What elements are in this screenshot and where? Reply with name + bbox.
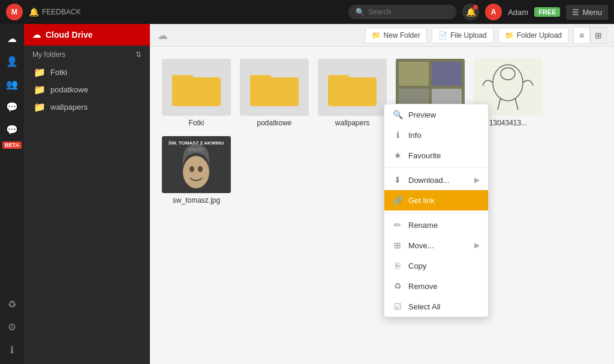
sidebar-item-cloud[interactable]: ☁	[2, 29, 22, 48]
remove-icon: ♻	[393, 281, 402, 291]
folder-upload-icon: 📁	[505, 31, 514, 40]
ctx-info-label: Info	[408, 131, 422, 140]
ctx-preview-label: Preview	[408, 110, 436, 119]
image-name-13043413: 13043413...	[489, 119, 527, 127]
file-item-sw-tomasz[interactable]: ŚW. TOMASZ Z AKWINU WIDZI: sw_tomasz.jpg	[162, 136, 231, 204]
ctx-get-link-label: Get link	[408, 196, 435, 205]
sidebar-item-user[interactable]: 👤	[2, 52, 22, 71]
notification-button[interactable]: 🔔	[462, 4, 479, 20]
folder-name-fotki: Fotki	[188, 119, 204, 127]
folder-icon: 📁	[34, 84, 46, 95]
main-layout: ☁ 👤 👥 💬 💬 BETA ♻ ⚙ ℹ ☁ Cloud Drive My fo…	[0, 24, 614, 364]
ctx-copy-label: Copy	[408, 261, 426, 270]
svg-point-22	[183, 156, 209, 188]
ctx-select-all-label: Select All	[408, 302, 440, 311]
sidebar-item-beta-chat[interactable]: 💬	[2, 120, 22, 139]
ctx-divider-2	[384, 212, 488, 213]
folder-icon: 📁	[34, 67, 46, 78]
ctx-rename[interactable]: ✏ Rename	[384, 215, 488, 235]
navbar: M 🔔 FEEDBACK 🔍 🔔 A Adam FREE ☰ Menu	[0, 0, 614, 24]
sort-icon[interactable]: ⇅	[136, 50, 142, 59]
link-icon: 🔗	[393, 195, 402, 205]
beta-badge: BETA	[2, 142, 22, 149]
logo-icon[interactable]: M	[6, 4, 23, 20]
files-grid: Fotki podatkowe	[150, 47, 614, 364]
file-upload-label: File Upload	[450, 31, 487, 40]
main-content: ☁ 📁 New Folder 📄 File Upload 📁 Folder Up…	[150, 24, 614, 364]
svg-rect-10	[399, 62, 429, 86]
ctx-preview[interactable]: 🔍 Preview	[384, 104, 488, 125]
svg-rect-11	[432, 62, 462, 86]
cloud-drive-title: Cloud Drive	[46, 30, 93, 40]
menu-button[interactable]: ☰ Menu	[566, 5, 608, 20]
move-arrow: ▶	[474, 241, 480, 249]
new-folder-icon: 📁	[372, 31, 381, 40]
new-folder-label: New Folder	[384, 31, 420, 40]
ctx-remove-label: Remove	[408, 282, 437, 291]
ctx-copy[interactable]: ⎘ Copy	[384, 255, 488, 276]
folder-upload-label: Folder Upload	[517, 31, 562, 40]
svg-point-24	[198, 166, 203, 172]
sidebar-item-help[interactable]: ℹ	[2, 340, 22, 359]
svg-rect-5	[250, 77, 299, 106]
ctx-move[interactable]: ⊞ Move... ▶	[384, 235, 488, 255]
ctx-info[interactable]: ℹ Info	[384, 125, 488, 145]
search-icon: 🔍	[356, 8, 365, 16]
download-icon: ⬇	[393, 175, 402, 185]
avatar[interactable]: A	[485, 4, 502, 20]
file-panel: ☁ Cloud Drive My folders ⇅ 📁 Fotki 📁 pod…	[24, 24, 150, 364]
ctx-download[interactable]: ⬇ Download... ▶	[384, 170, 488, 190]
ctx-divider-1	[384, 167, 488, 168]
list-view-button[interactable]: ≡	[573, 27, 590, 44]
folder-name: podatkowe	[50, 85, 88, 94]
folder-thumb-wallpapers	[318, 59, 387, 116]
ctx-get-link[interactable]: 🔗 Get link	[384, 190, 488, 210]
download-arrow: ▶	[474, 176, 480, 184]
menu-icon: ☰	[572, 8, 579, 17]
notification-dot	[473, 5, 478, 10]
sidebar-folder-fotki[interactable]: 📁 Fotki	[29, 64, 145, 81]
folder-upload-button[interactable]: 📁 Folder Upload	[498, 28, 568, 43]
search-bar[interactable]: 🔍	[348, 5, 456, 19]
view-toggle: ≡ ⊞	[573, 27, 607, 44]
ctx-select-all[interactable]: ☑ Select All	[384, 296, 488, 317]
my-folders-row: My folders ⇅	[24, 46, 150, 64]
breadcrumb-cloud-icon: ☁	[157, 29, 168, 42]
cloud-drive-header: ☁ Cloud Drive	[24, 24, 150, 46]
sidebar-item-settings[interactable]: ⚙	[2, 317, 22, 336]
file-item-fotki[interactable]: Fotki	[162, 59, 231, 127]
folder-list: 📁 Fotki 📁 podatkowe 📁 wallpapers	[24, 64, 150, 116]
folder-name-wallpapers: wallpapers	[335, 119, 369, 127]
ctx-favourite[interactable]: ★ Favourite	[384, 145, 488, 166]
file-item-podatkowe[interactable]: podatkowe	[240, 59, 309, 127]
logo-letter: M	[11, 8, 17, 16]
sidebar-folder-podatkowe[interactable]: 📁 podatkowe	[29, 81, 145, 98]
free-badge: FREE	[534, 7, 560, 17]
file-upload-button[interactable]: 📄 File Upload	[432, 28, 493, 43]
new-folder-button[interactable]: 📁 New Folder	[365, 28, 427, 43]
icon-sidebar: ☁ 👤 👥 💬 💬 BETA ♻ ⚙ ℹ	[0, 24, 24, 364]
image-name-sw-tomasz: sw_tomasz.jpg	[173, 196, 220, 204]
ctx-rename-label: Rename	[408, 221, 438, 230]
svg-rect-2	[172, 77, 221, 106]
cloud-icon: ☁	[32, 30, 41, 40]
folder-thumb-fotki	[162, 59, 231, 116]
folder-name-podatkowe: podatkowe	[257, 119, 291, 127]
folder-thumb-podatkowe	[240, 59, 309, 116]
ctx-download-label: Download...	[408, 176, 450, 185]
file-item-wallpapers[interactable]: wallpapers	[318, 59, 387, 127]
file-upload-icon: 📄	[438, 31, 447, 40]
select-all-icon: ☑	[393, 302, 402, 311]
ctx-remove[interactable]: ♻ Remove	[384, 276, 488, 296]
content-toolbar: ☁ 📁 New Folder 📄 File Upload 📁 Folder Up…	[150, 24, 614, 47]
folder-icon: 📁	[34, 101, 46, 113]
sidebar-item-chat[interactable]: 💬	[2, 97, 22, 116]
grid-view-button[interactable]: ⊞	[590, 27, 607, 44]
image-thumb-sw-tomasz: ŚW. TOMASZ Z AKWINU WIDZI:	[162, 136, 231, 193]
sidebar-folder-wallpapers[interactable]: 📁 wallpapers	[29, 98, 145, 116]
sidebar-item-people[interactable]: 👥	[2, 74, 22, 94]
svg-point-23	[189, 166, 194, 172]
sidebar-item-recycle[interactable]: ♻	[2, 294, 22, 314]
search-input[interactable]	[368, 8, 446, 16]
feedback-button[interactable]: 🔔 FEEDBACK	[29, 7, 81, 17]
